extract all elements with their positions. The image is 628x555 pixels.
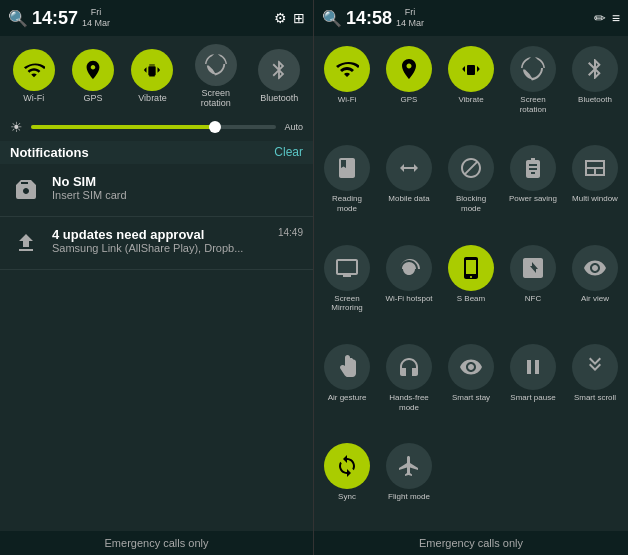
grid-tile-airview[interactable]: Air view bbox=[566, 241, 624, 336]
grid-multiwindow-icon bbox=[572, 145, 618, 191]
grid-multiwindow-label: Multi window bbox=[572, 194, 618, 204]
grid-hotspot-label: Wi-Fi hotspot bbox=[385, 294, 432, 304]
vibrate-icon bbox=[131, 49, 173, 91]
grid-airgesture-icon bbox=[324, 344, 370, 390]
grid-wifi-icon bbox=[324, 46, 370, 92]
grid-smartpause-icon bbox=[510, 344, 556, 390]
grid-mirroring-icon bbox=[324, 245, 370, 291]
rotation-label: Screen rotation bbox=[191, 89, 241, 109]
grid-tile-blocking[interactable]: Blocking mode bbox=[442, 141, 500, 236]
left-time: 14:57 bbox=[32, 8, 78, 29]
notif-updates-body: 4 updates need approval Samsung Link (Al… bbox=[52, 227, 268, 254]
clear-button[interactable]: Clear bbox=[274, 145, 303, 159]
notif-updates-sub: Samsung Link (AllShare Play), Dropb... bbox=[52, 242, 268, 254]
tile-vibrate[interactable]: Vibrate bbox=[131, 49, 173, 104]
grid-tile-powersaving[interactable]: Power saving bbox=[504, 141, 562, 236]
brightness-icon: ☀ bbox=[10, 119, 23, 135]
tile-bluetooth[interactable]: Bluetooth bbox=[258, 49, 300, 104]
status-right: ⚙ ⊞ bbox=[274, 10, 305, 26]
tile-rotation[interactable]: Screen rotation bbox=[191, 44, 241, 109]
tile-wifi[interactable]: Wi-Fi bbox=[13, 49, 55, 104]
notifications-list: No SIM Insert SIM card 4 updates need ap… bbox=[0, 164, 313, 531]
left-panel: 🔍 14:57 Fri 14 Mar ⚙ ⊞ Wi-Fi bbox=[0, 0, 314, 555]
left-emergency-bar: Emergency calls only bbox=[0, 531, 313, 555]
grid-tile-smartstay[interactable]: Smart stay bbox=[442, 340, 500, 435]
right-search-icon[interactable]: 🔍 bbox=[322, 9, 342, 28]
grid-flightmode-label: Flight mode bbox=[388, 492, 430, 502]
brightness-fill bbox=[31, 125, 215, 129]
grid-tile-airgesture[interactable]: Air gesture bbox=[318, 340, 376, 435]
grid-tile-hotspot[interactable]: Wi-Fi hotspot bbox=[380, 241, 438, 336]
pencil-icon[interactable]: ✏ bbox=[594, 10, 606, 26]
grid-bluetooth-icon bbox=[572, 46, 618, 92]
right-status-left: 🔍 14:58 Fri 14 Mar bbox=[322, 7, 424, 29]
grid-tile-nfc[interactable]: NFC bbox=[504, 241, 562, 336]
grid-tile-multiwindow[interactable]: Multi window bbox=[566, 141, 624, 236]
grid-rotation-icon bbox=[510, 46, 556, 92]
grid-reading-label: Reading mode bbox=[321, 194, 373, 213]
brightness-bar: ☀ Auto bbox=[0, 113, 313, 141]
grid-tile-sbeam[interactable]: S Beam bbox=[442, 241, 500, 336]
grid-tile-rotation[interactable]: Screen rotation bbox=[504, 42, 562, 137]
right-emergency-text: Emergency calls only bbox=[419, 537, 523, 549]
grid-tile-bluetooth[interactable]: Bluetooth bbox=[566, 42, 624, 137]
bluetooth-label: Bluetooth bbox=[260, 94, 298, 104]
grid-tile-wifi[interactable]: Wi-Fi bbox=[318, 42, 376, 137]
grid-bluetooth-label: Bluetooth bbox=[578, 95, 612, 105]
grid-smartscroll-icon bbox=[572, 344, 618, 390]
grid-tile-reading[interactable]: Reading mode bbox=[318, 141, 376, 236]
notif-updates-time: 14:49 bbox=[278, 227, 303, 238]
grid-flightmode-icon bbox=[386, 443, 432, 489]
grid-powersaving-icon bbox=[510, 145, 556, 191]
right-date: Fri 14 Mar bbox=[396, 7, 424, 29]
grid-tile-flightmode[interactable]: Flight mode bbox=[380, 439, 438, 525]
search-icon[interactable]: 🔍 bbox=[8, 9, 28, 28]
grid-smartstay-icon bbox=[448, 344, 494, 390]
updates-icon bbox=[10, 227, 42, 259]
tile-gps[interactable]: GPS bbox=[72, 49, 114, 104]
status-left: 🔍 14:57 Fri 14 Mar bbox=[8, 7, 110, 29]
grid-vibrate-label: Vibrate bbox=[458, 95, 483, 105]
grid-smartscroll-label: Smart scroll bbox=[574, 393, 616, 403]
tiles-grid: Wi-Fi GPS Vibrate Screen rotation Blueto… bbox=[314, 36, 628, 531]
grid-vibrate-icon bbox=[448, 46, 494, 92]
grid-mobiledata-icon bbox=[386, 145, 432, 191]
grid-icon[interactable]: ⊞ bbox=[293, 10, 305, 26]
grid-gps-icon bbox=[386, 46, 432, 92]
grid-sbeam-icon bbox=[448, 245, 494, 291]
right-time: 14:58 bbox=[346, 8, 392, 29]
grid-tile-smartpause[interactable]: Smart pause bbox=[504, 340, 562, 435]
grid-tile-vibrate[interactable]: Vibrate bbox=[442, 42, 500, 137]
right-status-bar: 🔍 14:58 Fri 14 Mar ✏ ≡ bbox=[314, 0, 628, 36]
grid-rotation-label: Screen rotation bbox=[507, 95, 559, 114]
grid-tile-mobiledata[interactable]: Mobile data bbox=[380, 141, 438, 236]
grid-smartstay-label: Smart stay bbox=[452, 393, 490, 403]
notif-item-sim[interactable]: No SIM Insert SIM card bbox=[0, 164, 313, 217]
grid-tile-smartscroll[interactable]: Smart scroll bbox=[566, 340, 624, 435]
right-status-right: ✏ ≡ bbox=[594, 10, 620, 26]
grid-tile-sync[interactable]: Sync bbox=[318, 439, 376, 525]
grid-tile-handsfree[interactable]: Hands-free mode bbox=[380, 340, 438, 435]
left-emergency-text: Emergency calls only bbox=[105, 537, 209, 549]
brightness-thumb bbox=[209, 121, 221, 133]
grid-hotspot-icon bbox=[386, 245, 432, 291]
grid-reading-icon bbox=[324, 145, 370, 191]
brightness-track[interactable] bbox=[31, 125, 276, 129]
grid-mobiledata-label: Mobile data bbox=[388, 194, 429, 204]
grid-powersaving-label: Power saving bbox=[509, 194, 557, 204]
grid-smartpause-label: Smart pause bbox=[510, 393, 555, 403]
left-status-bar: 🔍 14:57 Fri 14 Mar ⚙ ⊞ bbox=[0, 0, 313, 36]
grid-tile-mirroring[interactable]: Screen Mirroring bbox=[318, 241, 376, 336]
settings-icon[interactable]: ⚙ bbox=[274, 10, 287, 26]
rotation-icon bbox=[195, 44, 237, 86]
grid-tile-gps[interactable]: GPS bbox=[380, 42, 438, 137]
notif-item-updates[interactable]: 4 updates need approval Samsung Link (Al… bbox=[0, 217, 313, 270]
vibrate-label: Vibrate bbox=[138, 94, 166, 104]
grid-handsfree-label: Hands-free mode bbox=[383, 393, 435, 412]
sim-icon bbox=[10, 174, 42, 206]
grid-nfc-label: NFC bbox=[525, 294, 541, 304]
grid-gps-label: GPS bbox=[401, 95, 418, 105]
notifications-header: Notifications Clear bbox=[0, 141, 313, 164]
gps-icon bbox=[72, 49, 114, 91]
menu-icon[interactable]: ≡ bbox=[612, 10, 620, 26]
